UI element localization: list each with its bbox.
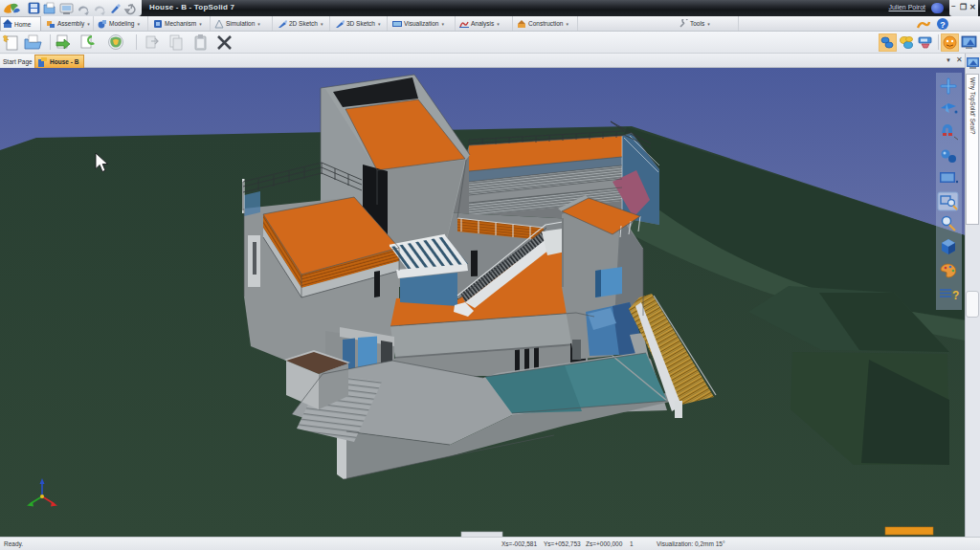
svg-text:?: ? bbox=[940, 20, 946, 30]
svg-text:?: ? bbox=[952, 289, 959, 302]
